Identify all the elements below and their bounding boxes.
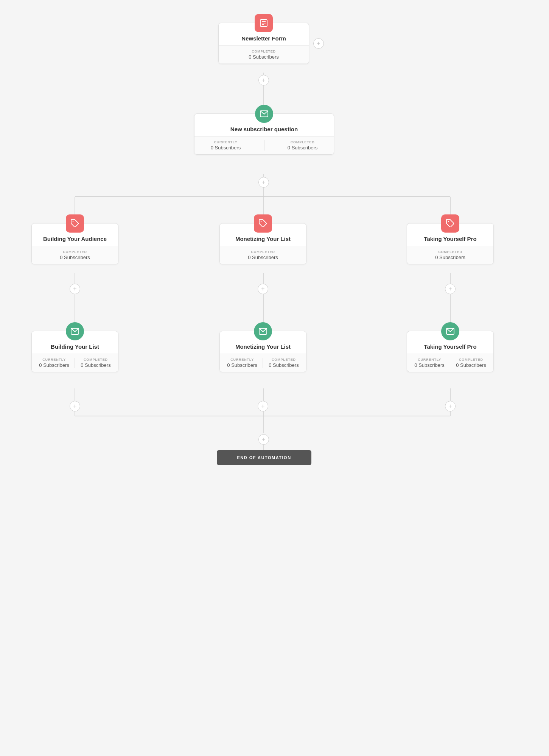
monetizing-2-currently-value: 0 Subscribers: [227, 362, 257, 368]
building-audience-completed-label: COMPLETED: [63, 250, 87, 254]
end-automation-node[interactable]: END OF AUTOMATION: [217, 450, 311, 465]
monetizing-2-currently-label: CURRENTLY: [230, 358, 254, 362]
taking-1-completed-value: 0 Subscribers: [435, 255, 465, 260]
plus-after-building-list[interactable]: +: [70, 401, 80, 411]
building-your-list-stats: CURRENTLY 0 Subscribers COMPLETED 0 Subs…: [32, 354, 118, 372]
monetizing-1-completed-value: 0 Subscribers: [248, 255, 278, 260]
newsletter-form-icon: [255, 14, 273, 32]
building-list-completed-label: COMPLETED: [84, 358, 108, 362]
plus-after-taking-2[interactable]: +: [445, 401, 456, 411]
newsletter-side-plus[interactable]: +: [313, 38, 324, 49]
building-audience-stats: COMPLETED 0 Subscribers: [32, 246, 118, 264]
building-list-currently-value: 0 Subscribers: [39, 362, 69, 368]
plus-after-newsletter[interactable]: +: [258, 75, 269, 85]
subscriber-completed-label: COMPLETED: [291, 140, 315, 144]
building-your-list-icon: [66, 322, 84, 340]
monetizing-list-2-stats: CURRENTLY 0 Subscribers COMPLETED 0 Subs…: [220, 354, 306, 372]
monetizing-list-1-stats: COMPLETED 0 Subscribers: [220, 246, 306, 264]
taking-2-currently-label: CURRENTLY: [418, 358, 441, 362]
taking-yourself-pro-1-icon: [441, 214, 459, 233]
newsletter-completed-value: 0 Subscribers: [249, 54, 278, 60]
building-audience-icon: [66, 214, 84, 233]
monetizing-list-2-icon: [254, 322, 272, 340]
taking-yourself-pro-2-node[interactable]: Taking Yourself Pro CURRENTLY 0 Subscrib…: [407, 331, 494, 372]
taking-2-completed-label: COMPLETED: [459, 358, 483, 362]
plus-before-end[interactable]: +: [258, 434, 269, 445]
automation-canvas: Newsletter Form COMPLETED 0 Subscribers …: [0, 0, 549, 756]
new-subscriber-icon: [255, 105, 273, 123]
plus-after-taking-1[interactable]: +: [445, 284, 456, 294]
subscriber-currently-value: 0 Subscribers: [211, 145, 241, 151]
monetizing-list-1-node[interactable]: Monetizing Your List COMPLETED 0 Subscri…: [219, 223, 306, 264]
taking-1-completed-label: COMPLETED: [438, 250, 462, 254]
plus-after-building-audience[interactable]: +: [70, 284, 80, 294]
monetizing-2-completed-label: COMPLETED: [272, 358, 296, 362]
plus-after-subscriber[interactable]: +: [258, 177, 269, 188]
new-subscriber-stats: CURRENTLY 0 Subscribers COMPLETED 0 Subs…: [194, 136, 334, 154]
taking-yourself-pro-1-node[interactable]: Taking Yourself Pro COMPLETED 0 Subscrib…: [407, 223, 494, 264]
newsletter-form-stats: COMPLETED 0 Subscribers: [219, 45, 309, 64]
newsletter-completed-label: COMPLETED: [252, 50, 276, 53]
taking-2-currently-value: 0 Subscribers: [414, 362, 444, 368]
subscriber-completed-value: 0 Subscribers: [288, 145, 317, 151]
monetizing-list-2-node[interactable]: Monetizing Your List CURRENTLY 0 Subscri…: [219, 331, 306, 372]
taking-2-completed-value: 0 Subscribers: [456, 362, 486, 368]
plus-after-monetizing-2[interactable]: +: [258, 401, 268, 411]
end-automation-label: END OF AUTOMATION: [237, 455, 291, 460]
building-your-list-node[interactable]: Building Your List CURRENTLY 0 Subscribe…: [31, 331, 118, 372]
plus-after-monetizing-1[interactable]: +: [258, 284, 268, 294]
taking-yourself-pro-2-stats: CURRENTLY 0 Subscribers COMPLETED 0 Subs…: [407, 354, 493, 372]
monetizing-1-completed-label: COMPLETED: [251, 250, 275, 254]
building-list-completed-value: 0 Subscribers: [81, 362, 110, 368]
subscriber-currently-label: CURRENTLY: [214, 140, 237, 144]
taking-yourself-pro-2-icon: [441, 322, 459, 340]
building-audience-node[interactable]: Building Your Audience COMPLETED 0 Subsc…: [31, 223, 118, 264]
newsletter-form-node[interactable]: Newsletter Form COMPLETED 0 Subscribers …: [218, 23, 309, 64]
taking-yourself-pro-1-stats: COMPLETED 0 Subscribers: [407, 246, 493, 264]
building-audience-completed-value: 0 Subscribers: [60, 255, 90, 260]
monetizing-2-completed-value: 0 Subscribers: [269, 362, 299, 368]
new-subscriber-node[interactable]: New subscriber question CURRENTLY 0 Subs…: [194, 113, 334, 155]
building-list-currently-label: CURRENTLY: [42, 358, 66, 362]
monetizing-list-1-icon: [254, 214, 272, 233]
